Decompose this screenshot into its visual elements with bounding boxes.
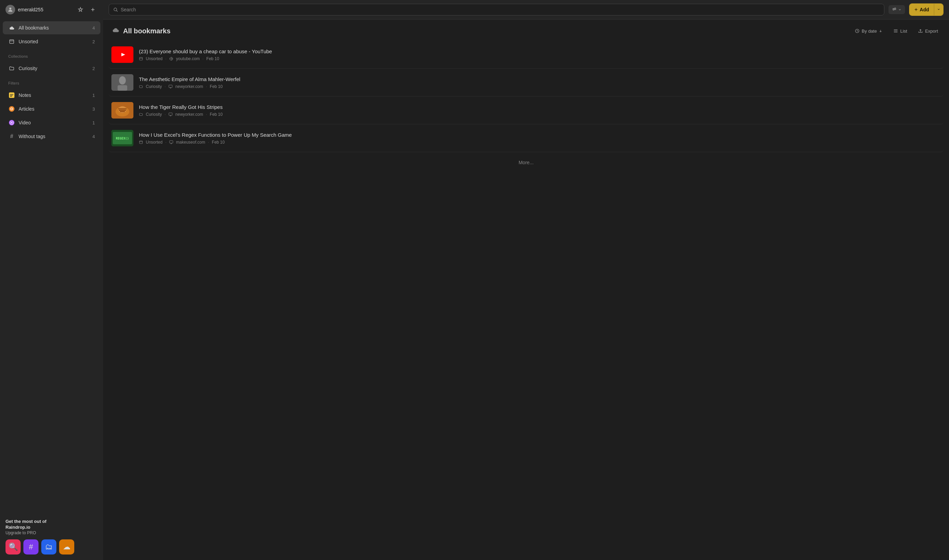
- bookmark-meta: Curiosity · newyorker.com · Feb 10: [139, 84, 941, 89]
- more-button[interactable]: More...: [111, 155, 941, 170]
- topbar: Search + Add: [103, 0, 949, 20]
- sparkle-button[interactable]: [76, 5, 85, 14]
- bookmark-item[interactable]: How the Tiger Really Got His Stripes Cur…: [109, 97, 943, 125]
- bookmark-collection: Unsorted: [146, 56, 163, 61]
- notes-count: 1: [93, 93, 95, 98]
- user-menu[interactable]: emerald255: [0, 0, 103, 19]
- bookmark-domain: makeuseof.com: [176, 140, 205, 145]
- unsorted-count: 2: [93, 39, 95, 44]
- svg-rect-6: [10, 94, 14, 95]
- bookmark-domain: newyorker.com: [175, 112, 203, 117]
- export-button[interactable]: Export: [915, 27, 941, 35]
- bookmark-thumbnail: [111, 74, 133, 91]
- sort-label: By date: [862, 29, 877, 34]
- bookmark-info: The Aesthetic Empire of Alma Mahler-Werf…: [139, 76, 941, 89]
- bookmark-domain: newyorker.com: [175, 84, 203, 89]
- search-box[interactable]: Search: [109, 4, 884, 15]
- collections-nav: Curiosity 2: [0, 60, 103, 77]
- domain-icon: [169, 57, 173, 61]
- unsorted-icon: [8, 38, 15, 45]
- cloud-icon: [8, 25, 15, 31]
- promo-banner[interactable]: Get the most out of Raindrop.io Upgrade …: [0, 513, 103, 560]
- bookmark-item[interactable]: REGEX() How I Use Excel's Regex Function…: [109, 125, 943, 152]
- export-icon: [918, 29, 923, 33]
- plus-icon: +: [914, 6, 917, 13]
- svg-point-9: [9, 106, 14, 112]
- clock-icon: [855, 29, 860, 33]
- promo-title-1: Get the most out of: [6, 519, 98, 524]
- bookmark-collection: Curiosity: [146, 112, 162, 117]
- bookmark-item[interactable]: The Aesthetic Empire of Alma Mahler-Werf…: [109, 69, 943, 97]
- sidebar-item-video[interactable]: Video 1: [3, 116, 100, 129]
- svg-rect-45: [169, 113, 172, 115]
- view-button[interactable]: List: [890, 27, 910, 35]
- without-tags-label: Without tags: [19, 134, 89, 139]
- bookmark-title: How the Tiger Really Got His Stripes: [139, 104, 941, 110]
- domain-icon: [168, 112, 173, 117]
- add-icon-button[interactable]: [88, 5, 98, 14]
- bookmark-date: Feb 10: [210, 84, 222, 89]
- svg-point-17: [895, 8, 896, 9]
- domain-icon: [168, 85, 173, 89]
- promo-icon-hash: #: [23, 539, 39, 554]
- svg-point-16: [893, 9, 894, 10]
- notes-icon: [8, 92, 15, 98]
- filter-icon: [892, 7, 897, 12]
- username: emerald255: [18, 7, 73, 12]
- bookmark-date: Feb 10: [210, 112, 222, 117]
- sidebar-item-curiosity[interactable]: Curiosity 2: [3, 62, 100, 75]
- bookmark-date: Feb 10: [212, 140, 225, 145]
- filter-button[interactable]: [889, 5, 905, 14]
- promo-icons-row: 🔍 # 🗂 ☁: [6, 539, 98, 554]
- svg-rect-35: [117, 85, 127, 91]
- sidebar-item-unsorted[interactable]: Unsorted 2: [3, 35, 100, 48]
- sidebar-item-notes[interactable]: Notes 1: [3, 89, 100, 102]
- add-dropdown-button[interactable]: [934, 4, 943, 15]
- bookmark-meta: Unsorted · makeuseof.com · Feb 10: [139, 140, 941, 145]
- bookmark-item[interactable]: (23) Everyone should buy a cheap car to …: [109, 41, 943, 69]
- promo-title-2: Raindrop.io: [6, 525, 98, 530]
- collections-section-label: Collections: [0, 50, 103, 60]
- view-label: List: [900, 29, 907, 34]
- promo-icon-cloud: ☁: [59, 539, 74, 554]
- sidebar-item-articles[interactable]: Articles 3: [3, 102, 100, 115]
- collection-icon: [139, 112, 143, 117]
- promo-icon-search: 🔍: [6, 539, 21, 554]
- chevron-down-icon: [898, 8, 901, 11]
- sort-button[interactable]: By date: [852, 27, 885, 35]
- bookmark-domain: youtube.com: [176, 56, 200, 61]
- search-placeholder: Search: [121, 7, 136, 12]
- articles-count: 3: [93, 106, 95, 112]
- collection-icon: [139, 85, 143, 89]
- title-cloud-icon: [111, 26, 120, 35]
- svg-rect-51: [140, 141, 143, 144]
- bookmark-collection: Unsorted: [146, 140, 163, 145]
- svg-line-15: [117, 11, 117, 12]
- curiosity-label: Curiosity: [19, 66, 89, 71]
- svg-point-14: [114, 8, 117, 11]
- domain-icon: [169, 140, 173, 144]
- sidebar-item-all-bookmarks[interactable]: All bookmarks 4: [3, 21, 100, 34]
- content-header: All bookmarks By date List Export: [103, 20, 949, 41]
- collection-icon: [139, 57, 143, 61]
- video-icon: [8, 119, 15, 126]
- svg-point-0: [9, 8, 11, 9]
- all-bookmarks-count: 4: [93, 25, 95, 31]
- sidebar-nav: All bookmarks 4 Unsorted 2: [0, 19, 103, 50]
- svg-rect-3: [9, 40, 14, 44]
- add-button[interactable]: + Add: [909, 4, 934, 15]
- svg-rect-36: [169, 85, 172, 87]
- export-label: Export: [925, 29, 938, 34]
- sidebar-item-without-tags[interactable]: # Without tags 4: [3, 130, 100, 143]
- bookmark-meta: Curiosity · newyorker.com · Feb 10: [139, 112, 941, 117]
- content-area: All bookmarks By date List Export: [103, 20, 949, 560]
- header-actions: [76, 5, 98, 14]
- video-label: Video: [19, 120, 89, 125]
- search-icon: [113, 7, 118, 12]
- collection-icon: [139, 140, 143, 144]
- unsorted-label: Unsorted: [19, 39, 89, 44]
- sidebar: emerald255 All bookmarks 4 Unsorted 2: [0, 0, 103, 560]
- add-label: Add: [920, 7, 929, 12]
- curiosity-count: 2: [93, 66, 95, 71]
- hashtag-icon: #: [8, 133, 15, 140]
